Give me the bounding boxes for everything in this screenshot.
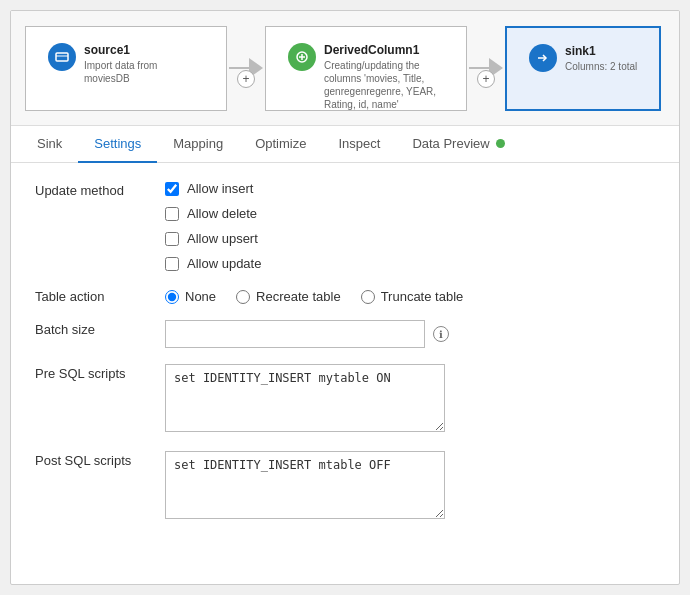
tab-inspect[interactable]: Inspect xyxy=(322,126,396,163)
batch-size-info-icon[interactable]: ℹ xyxy=(433,326,449,342)
derivedcolumn1-subtitle: Creating/updating the columns 'movies, T… xyxy=(324,59,444,111)
tab-mapping[interactable]: Mapping xyxy=(157,126,239,163)
sink1-icon xyxy=(529,44,557,72)
tab-optimize[interactable]: Optimize xyxy=(239,126,322,163)
allow-update-label: Allow update xyxy=(187,256,261,271)
derivedcolumn1-icon xyxy=(288,43,316,71)
post-sql-textarea[interactable] xyxy=(165,451,445,519)
allow-insert-item[interactable]: Allow insert xyxy=(165,181,655,196)
post-sql-control xyxy=(165,451,655,522)
connector-2: + xyxy=(469,58,503,78)
connector-1: + xyxy=(229,58,263,78)
allow-insert-label: Allow insert xyxy=(187,181,253,196)
sink1-title: sink1 xyxy=(565,44,637,58)
add-node-2-button[interactable]: + xyxy=(477,70,495,88)
radio-recreate-input[interactable] xyxy=(236,290,250,304)
allow-upsert-label: Allow upsert xyxy=(187,231,258,246)
pipeline-header: source1 Import data from moviesDB + xyxy=(11,11,679,126)
sink1-subtitle: Columns: 2 total xyxy=(565,60,637,73)
radio-none[interactable]: None xyxy=(165,289,216,304)
tab-data-preview[interactable]: Data Preview xyxy=(396,126,520,163)
tab-settings[interactable]: Settings xyxy=(78,126,157,163)
table-action-label: Table action xyxy=(35,287,165,304)
batch-size-label: Batch size xyxy=(35,320,165,337)
allow-update-item[interactable]: Allow update xyxy=(165,256,655,271)
post-sql-row: Post SQL scripts xyxy=(35,451,655,522)
tab-sink[interactable]: Sink xyxy=(21,126,78,163)
post-sql-label: Post SQL scripts xyxy=(35,451,165,468)
allow-update-checkbox[interactable] xyxy=(165,257,179,271)
radio-recreate-label: Recreate table xyxy=(256,289,341,304)
radio-truncate-input[interactable] xyxy=(361,290,375,304)
source1-icon xyxy=(48,43,76,71)
allow-upsert-checkbox[interactable] xyxy=(165,232,179,246)
source1-subtitle: Import data from moviesDB xyxy=(84,59,204,85)
allow-delete-item[interactable]: Allow delete xyxy=(165,206,655,221)
pre-sql-textarea[interactable] xyxy=(165,364,445,432)
allow-delete-checkbox[interactable] xyxy=(165,207,179,221)
node-source1[interactable]: source1 Import data from moviesDB xyxy=(25,26,227,111)
main-container: source1 Import data from moviesDB + xyxy=(10,10,680,585)
radio-truncate-label: Truncate table xyxy=(381,289,464,304)
derivedcolumn1-title: DerivedColumn1 xyxy=(324,43,444,57)
tabs-bar: Sink Settings Mapping Optimize Inspect D… xyxy=(11,126,679,163)
node-derivedcolumn1[interactable]: DerivedColumn1 Creating/updating the col… xyxy=(265,26,467,111)
update-method-label: Update method xyxy=(35,181,165,198)
update-method-checkboxes: Allow insert Allow delete Allow upsert A… xyxy=(165,181,655,271)
batch-size-row: Batch size ℹ xyxy=(35,320,655,348)
batch-size-control: ℹ xyxy=(165,320,655,348)
pre-sql-label: Pre SQL scripts xyxy=(35,364,165,381)
batch-size-input[interactable] xyxy=(165,320,425,348)
table-action-radios: None Recreate table Truncate table xyxy=(165,287,655,304)
svg-rect-0 xyxy=(56,53,68,61)
content-area: Update method Allow insert Allow delete … xyxy=(11,163,679,584)
allow-delete-label: Allow delete xyxy=(187,206,257,221)
allow-upsert-item[interactable]: Allow upsert xyxy=(165,231,655,246)
add-node-1-button[interactable]: + xyxy=(237,70,255,88)
pre-sql-control xyxy=(165,364,655,435)
radio-none-input[interactable] xyxy=(165,290,179,304)
pre-sql-row: Pre SQL scripts xyxy=(35,364,655,435)
node-sink1[interactable]: sink1 Columns: 2 total xyxy=(505,26,661,111)
update-method-row: Update method Allow insert Allow delete … xyxy=(35,181,655,271)
radio-recreate[interactable]: Recreate table xyxy=(236,289,341,304)
radio-none-label: None xyxy=(185,289,216,304)
radio-truncate[interactable]: Truncate table xyxy=(361,289,464,304)
data-preview-dot xyxy=(496,139,505,148)
allow-insert-checkbox[interactable] xyxy=(165,182,179,196)
table-action-row: Table action None Recreate table Truncat… xyxy=(35,287,655,304)
source1-title: source1 xyxy=(84,43,204,57)
